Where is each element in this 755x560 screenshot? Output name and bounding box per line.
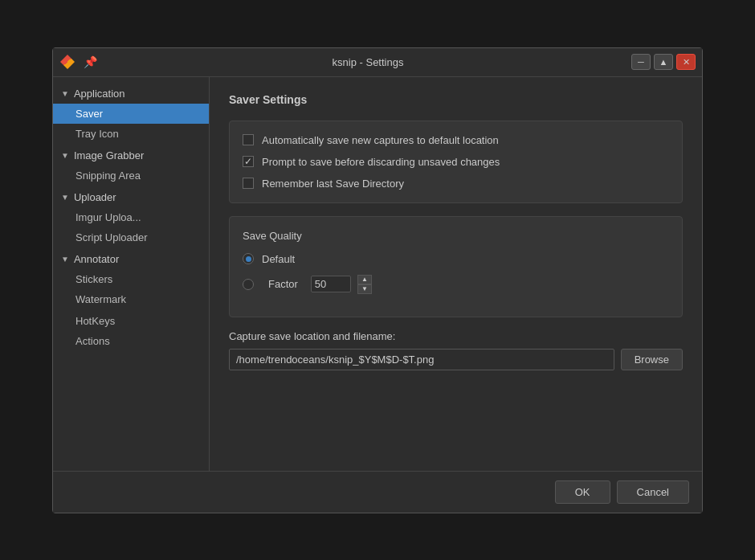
checkbox-row-auto-save: Automatically save new captures to defau… [243, 134, 669, 146]
checkbox-row-remember-dir: Remember last Save Directory [243, 178, 669, 190]
sidebar-item-imgur[interactable]: Imgur Uploa... [53, 207, 209, 227]
checkbox-auto-save[interactable] [243, 134, 254, 145]
radio-row-factor: Factor ▲ ▼ [243, 275, 669, 294]
sidebar-item-watermark[interactable]: Watermark [53, 289, 209, 309]
file-row: Browse [229, 349, 683, 370]
bottom-bar: OK Cancel [53, 471, 702, 513]
ok-button[interactable]: OK [555, 480, 610, 504]
app-icon [59, 54, 76, 70]
sidebar-group-label-application: Application [74, 88, 125, 100]
page-title: Saver Settings [229, 93, 683, 106]
arrow-icon-uploader: ▼ [61, 193, 69, 202]
file-section: Capture save location and filename: Brow… [229, 330, 683, 370]
checkbox-label-remember-dir: Remember last Save Directory [262, 178, 404, 190]
file-label: Capture save location and filename: [229, 330, 683, 342]
sidebar-item-hotkeys[interactable]: HotKeys [53, 311, 209, 331]
sidebar-item-saver[interactable]: Saver [53, 104, 209, 124]
sidebar: ▼ Application Saver Tray Icon ▼ Image Gr… [53, 77, 210, 471]
sidebar-group-uploader: ▼ Uploader Imgur Uploa... Script Uploade… [53, 187, 209, 247]
cancel-button[interactable]: Cancel [617, 480, 689, 504]
factor-increment-button[interactable]: ▲ [357, 275, 372, 284]
factor-spinner: ▲ ▼ [357, 275, 372, 294]
sidebar-group-annotator: ▼ Annotator Stickers Watermark [53, 249, 209, 309]
sidebar-group-label-annotator: Annotator [74, 253, 119, 265]
content-area: Saver Settings Automatically save new ca… [210, 77, 702, 471]
sidebar-item-stickers[interactable]: Stickers [53, 269, 209, 289]
sidebar-group-application: ▼ Application Saver Tray Icon [53, 84, 209, 144]
radio-label-factor: Factor [268, 278, 298, 290]
sidebar-group-header-application[interactable]: ▼ Application [53, 84, 209, 104]
checkbox-label-prompt-save: Prompt to save before discarding unsaved… [262, 156, 500, 168]
sidebar-item-script-uploader[interactable]: Script Uploader [53, 227, 209, 247]
pin-icon[interactable]: 📌 [82, 54, 98, 70]
close-button[interactable]: ✕ [676, 54, 696, 70]
checkbox-label-auto-save: Automatically save new captures to defau… [262, 134, 499, 146]
window-title: ksnip - Settings [104, 56, 631, 68]
settings-window: 📌 ksnip - Settings ─ ▲ ✕ ▼ Application S… [52, 47, 703, 513]
sidebar-item-tray-icon[interactable]: Tray Icon [53, 124, 209, 144]
save-quality-title: Save Quality [243, 230, 669, 242]
sidebar-group-header-image-grabber[interactable]: ▼ Image Grabber [53, 145, 209, 166]
sidebar-group-label-image-grabber: Image Grabber [74, 149, 144, 161]
checkbox-row-prompt-save: ✓ Prompt to save before discarding unsav… [243, 156, 669, 168]
maximize-button[interactable]: ▲ [654, 54, 673, 70]
arrow-icon-application: ▼ [61, 89, 69, 98]
sidebar-group-label-uploader: Uploader [74, 191, 116, 203]
sidebar-group-image-grabber: ▼ Image Grabber Snipping Area [53, 145, 209, 186]
file-path-input[interactable] [229, 349, 614, 370]
factor-input[interactable] [311, 276, 351, 292]
radio-label-default: Default [262, 253, 295, 265]
sidebar-item-actions[interactable]: Actions [53, 331, 209, 351]
checkboxes-section: Automatically save new captures to defau… [229, 121, 683, 203]
sidebar-group-header-annotator[interactable]: ▼ Annotator [53, 249, 209, 269]
sidebar-group-header-uploader[interactable]: ▼ Uploader [53, 187, 209, 207]
radio-factor[interactable] [243, 279, 254, 290]
titlebar: 📌 ksnip - Settings ─ ▲ ✕ [53, 48, 702, 77]
arrow-icon-annotator: ▼ [61, 255, 69, 264]
checkbox-remember-dir[interactable] [243, 178, 254, 189]
main-content: ▼ Application Saver Tray Icon ▼ Image Gr… [53, 77, 702, 471]
save-quality-section: Save Quality Default Factor ▲ ▼ [229, 216, 683, 317]
minimize-button[interactable]: ─ [631, 54, 651, 70]
radio-default[interactable] [243, 253, 254, 264]
browse-button[interactable]: Browse [621, 349, 683, 370]
sidebar-item-snipping-area[interactable]: Snipping Area [53, 166, 209, 186]
window-controls: ─ ▲ ✕ [631, 54, 696, 70]
factor-decrement-button[interactable]: ▼ [357, 284, 372, 294]
arrow-icon-image-grabber: ▼ [61, 151, 69, 160]
checkbox-prompt-save[interactable]: ✓ [243, 156, 254, 167]
radio-row-default: Default [243, 253, 669, 265]
